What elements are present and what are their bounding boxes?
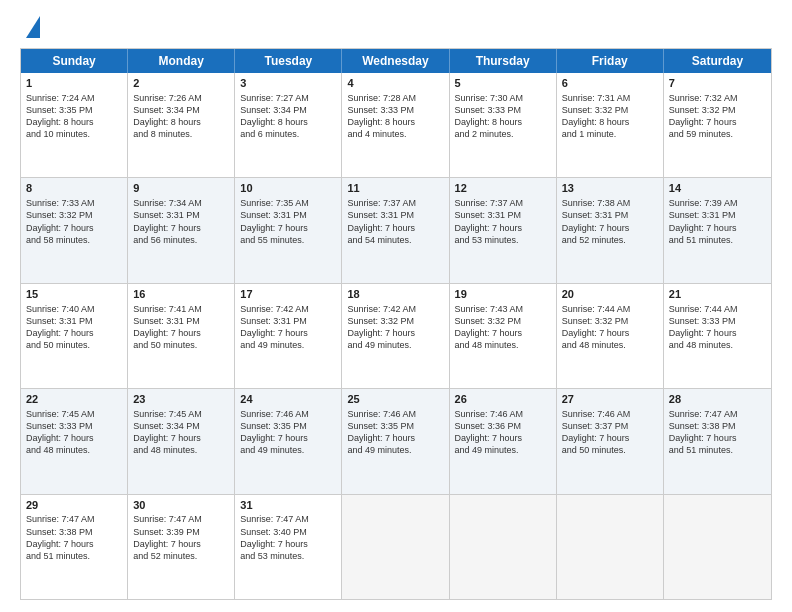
day-info-line: Sunrise: 7:43 AM [455,303,551,315]
day-number: 9 [133,181,229,196]
day-info-line: Sunset: 3:34 PM [133,104,229,116]
day-info-line: Sunrise: 7:47 AM [240,513,336,525]
day-number: 7 [669,76,766,91]
day-number: 30 [133,498,229,513]
day-info-line: Sunset: 3:34 PM [133,420,229,432]
day-info-line: Sunrise: 7:39 AM [669,197,766,209]
day-info-line: Daylight: 7 hours [133,222,229,234]
day-info-line: Sunrise: 7:46 AM [455,408,551,420]
day-info-line: Daylight: 7 hours [347,222,443,234]
day-info-line: and 51 minutes. [669,234,766,246]
calendar-cell-13: 13Sunrise: 7:38 AMSunset: 3:31 PMDayligh… [557,178,664,282]
day-info-line: Sunrise: 7:38 AM [562,197,658,209]
day-info-line: Sunset: 3:37 PM [562,420,658,432]
day-info-line: Sunrise: 7:45 AM [26,408,122,420]
day-number: 20 [562,287,658,302]
day-number: 25 [347,392,443,407]
calendar-cell-23: 23Sunrise: 7:45 AMSunset: 3:34 PMDayligh… [128,389,235,493]
day-info-line: Sunset: 3:38 PM [26,526,122,538]
day-number: 4 [347,76,443,91]
day-info-line: and 48 minutes. [133,444,229,456]
day-info-line: Daylight: 7 hours [669,222,766,234]
day-info-line: Daylight: 8 hours [347,116,443,128]
day-info-line: Sunset: 3:31 PM [455,209,551,221]
day-info-line: Sunset: 3:31 PM [240,315,336,327]
day-info-line: Daylight: 7 hours [455,222,551,234]
calendar-cell-9: 9Sunrise: 7:34 AMSunset: 3:31 PMDaylight… [128,178,235,282]
calendar-cell-18: 18Sunrise: 7:42 AMSunset: 3:32 PMDayligh… [342,284,449,388]
day-info-line: and 49 minutes. [347,444,443,456]
day-info-line: and 52 minutes. [562,234,658,246]
calendar-row-1: 1Sunrise: 7:24 AMSunset: 3:35 PMDaylight… [21,73,771,177]
day-info-line: and 48 minutes. [455,339,551,351]
day-number: 24 [240,392,336,407]
day-info-line: Sunrise: 7:44 AM [562,303,658,315]
day-info-line: Sunrise: 7:28 AM [347,92,443,104]
day-info-line: and 54 minutes. [347,234,443,246]
day-info-line: Sunset: 3:32 PM [562,315,658,327]
calendar-row-2: 8Sunrise: 7:33 AMSunset: 3:32 PMDaylight… [21,177,771,282]
calendar-cell-5: 5Sunrise: 7:30 AMSunset: 3:33 PMDaylight… [450,73,557,177]
day-number: 15 [26,287,122,302]
day-info-line: Daylight: 8 hours [26,116,122,128]
weekday-header-friday: Friday [557,49,664,73]
day-info-line: Daylight: 7 hours [133,432,229,444]
calendar-cell-16: 16Sunrise: 7:41 AMSunset: 3:31 PMDayligh… [128,284,235,388]
calendar-row-5: 29Sunrise: 7:47 AMSunset: 3:38 PMDayligh… [21,494,771,599]
day-info-line: and 58 minutes. [26,234,122,246]
day-info-line: and 59 minutes. [669,128,766,140]
day-info-line: Sunrise: 7:42 AM [240,303,336,315]
weekday-header-monday: Monday [128,49,235,73]
day-info-line: Sunset: 3:32 PM [562,104,658,116]
day-number: 31 [240,498,336,513]
day-number: 26 [455,392,551,407]
day-number: 27 [562,392,658,407]
day-info-line: Sunset: 3:33 PM [455,104,551,116]
day-info-line: Sunset: 3:33 PM [669,315,766,327]
calendar-cell-20: 20Sunrise: 7:44 AMSunset: 3:32 PMDayligh… [557,284,664,388]
day-info-line: Sunset: 3:32 PM [669,104,766,116]
day-info-line: Sunrise: 7:41 AM [133,303,229,315]
calendar-cell-2: 2Sunrise: 7:26 AMSunset: 3:34 PMDaylight… [128,73,235,177]
day-info-line: Daylight: 7 hours [562,432,658,444]
day-info-line: and 53 minutes. [455,234,551,246]
day-info-line: Sunset: 3:31 PM [26,315,122,327]
calendar-cell-empty-5 [557,495,664,599]
calendar-cell-17: 17Sunrise: 7:42 AMSunset: 3:31 PMDayligh… [235,284,342,388]
calendar-cell-7: 7Sunrise: 7:32 AMSunset: 3:32 PMDaylight… [664,73,771,177]
calendar-cell-26: 26Sunrise: 7:46 AMSunset: 3:36 PMDayligh… [450,389,557,493]
day-info-line: and 49 minutes. [347,339,443,351]
day-info-line: Daylight: 7 hours [133,327,229,339]
day-info-line: Daylight: 7 hours [26,432,122,444]
day-info-line: Sunrise: 7:46 AM [240,408,336,420]
day-info-line: and 50 minutes. [26,339,122,351]
calendar-cell-25: 25Sunrise: 7:46 AMSunset: 3:35 PMDayligh… [342,389,449,493]
calendar-cell-29: 29Sunrise: 7:47 AMSunset: 3:38 PMDayligh… [21,495,128,599]
day-info-line: Sunset: 3:32 PM [26,209,122,221]
day-info-line: Daylight: 7 hours [562,222,658,234]
calendar-cell-24: 24Sunrise: 7:46 AMSunset: 3:35 PMDayligh… [235,389,342,493]
day-info-line: Daylight: 7 hours [133,538,229,550]
day-info-line: Sunset: 3:38 PM [669,420,766,432]
calendar-row-3: 15Sunrise: 7:40 AMSunset: 3:31 PMDayligh… [21,283,771,388]
day-info-line: Daylight: 8 hours [133,116,229,128]
day-info-line: and 48 minutes. [562,339,658,351]
day-info-line: and 48 minutes. [26,444,122,456]
day-info-line: Daylight: 7 hours [669,116,766,128]
day-info-line: Sunset: 3:32 PM [455,315,551,327]
calendar-cell-12: 12Sunrise: 7:37 AMSunset: 3:31 PMDayligh… [450,178,557,282]
day-info-line: Daylight: 8 hours [562,116,658,128]
day-info-line: Sunset: 3:39 PM [133,526,229,538]
calendar-cell-empty-4 [450,495,557,599]
calendar: SundayMondayTuesdayWednesdayThursdayFrid… [20,48,772,600]
day-info-line: Sunrise: 7:40 AM [26,303,122,315]
logo-triangle-icon [26,16,40,38]
day-info-line: Sunrise: 7:45 AM [133,408,229,420]
day-info-line: Sunrise: 7:30 AM [455,92,551,104]
day-number: 19 [455,287,551,302]
calendar-cell-11: 11Sunrise: 7:37 AMSunset: 3:31 PMDayligh… [342,178,449,282]
day-info-line: Daylight: 7 hours [240,538,336,550]
day-number: 10 [240,181,336,196]
day-info-line: and 6 minutes. [240,128,336,140]
calendar-cell-10: 10Sunrise: 7:35 AMSunset: 3:31 PMDayligh… [235,178,342,282]
